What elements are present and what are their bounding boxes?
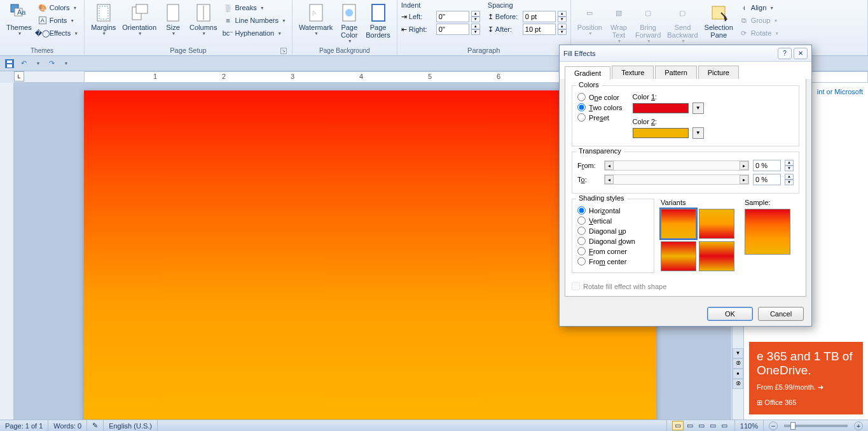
effects-button[interactable]: �◯Effects▼ — [36, 27, 80, 39]
spacing-after-input[interactable] — [523, 24, 556, 35]
close-button[interactable]: ✕ — [794, 48, 808, 59]
color2-swatch[interactable] — [633, 128, 689, 138]
ruler-vertical[interactable] — [0, 83, 14, 420]
help-button[interactable]: ? — [778, 48, 792, 59]
radio-vertical[interactable]: Vertical — [577, 216, 649, 225]
view-draft[interactable]: ▭ — [719, 421, 729, 430]
scroll-down[interactable]: ▼ — [733, 348, 743, 358]
send-backward-icon: ▢ — [672, 3, 692, 23]
spin-down[interactable]: ▼ — [471, 17, 480, 22]
selection-pane-button[interactable]: Selection Pane — [702, 1, 736, 40]
radio-from-corner[interactable]: From corner — [577, 247, 649, 255]
spacing-before-icon: ↥ — [488, 13, 493, 21]
view-full-screen[interactable]: ▭ — [685, 421, 695, 430]
color1-swatch[interactable] — [633, 103, 689, 113]
page-color-button[interactable]: Page Color▼ — [336, 1, 362, 45]
sample-preview — [745, 209, 790, 255]
status-language[interactable]: English (U.S.) — [104, 420, 158, 431]
breaks-button[interactable]: ░Breaks▼ — [221, 1, 287, 14]
page-borders-button[interactable]: Page Borders — [363, 1, 393, 40]
align-button[interactable]: ⫞Align▼ — [737, 1, 781, 14]
radio-horizontal[interactable]: Horizontal — [577, 206, 649, 215]
fonts-button[interactable]: AFonts▼ — [36, 14, 80, 27]
cancel-button[interactable]: Cancel — [758, 307, 804, 321]
line-numbers-button[interactable]: ≡Line Numbers▼ — [221, 14, 287, 27]
status-words[interactable]: Words: 0 — [48, 420, 87, 431]
effects-label: Effects — [50, 29, 71, 37]
zoom-thumb[interactable] — [790, 422, 796, 430]
dialog-titlebar[interactable]: Fill Effects ? ✕ — [560, 45, 811, 62]
tab-picture[interactable]: Picture — [698, 66, 739, 79]
undo-button[interactable]: ↶ — [18, 58, 29, 69]
browse-object-button[interactable]: ● — [733, 369, 743, 379]
bring-forward-button: ▢Bring Forward▼ — [633, 1, 663, 45]
spacing-before-input[interactable] — [523, 11, 556, 22]
from-slider[interactable]: ◂▸ — [604, 160, 749, 171]
to-slider[interactable]: ◂▸ — [604, 174, 749, 185]
wrap-text-button: ▧Wrap Text▼ — [606, 1, 631, 45]
margins-button[interactable]: Margins▼ — [88, 1, 118, 37]
tab-gradient[interactable]: Gradient — [565, 66, 610, 80]
radio-from-center[interactable]: From center — [577, 257, 649, 265]
radio-one-color[interactable]: One color — [577, 93, 623, 101]
rotate-fill-checkbox: Rotate fill effect with shape — [572, 282, 799, 290]
prev-page-button[interactable]: ⦿ — [733, 358, 743, 369]
selection-pane-icon — [708, 3, 729, 23]
undo-menu[interactable]: ▼ — [32, 58, 43, 69]
variants-grid — [661, 209, 738, 271]
color2-dropdown[interactable]: ▼ — [692, 127, 704, 139]
radio-preset[interactable]: Preset — [577, 113, 623, 122]
save-button[interactable] — [4, 58, 15, 69]
radio-diag-down[interactable]: Diagonal down — [577, 237, 649, 245]
redo-button[interactable]: ↷ — [46, 58, 57, 69]
to-input[interactable] — [753, 174, 781, 185]
zoom-in-button[interactable]: + — [854, 421, 863, 430]
view-outline[interactable]: ▭ — [708, 421, 718, 430]
radio-two-colors[interactable]: Two colors — [577, 103, 623, 111]
from-input[interactable] — [753, 160, 781, 171]
tab-pattern[interactable]: Pattern — [655, 66, 696, 79]
spin-up[interactable]: ▲ — [471, 11, 480, 17]
fill-effects-dialog: Fill Effects ? ✕ Gradient Texture Patter… — [559, 45, 812, 327]
status-proofing[interactable]: ✎ — [87, 420, 104, 431]
qat-customize[interactable]: ▼ — [60, 58, 71, 69]
themes-icon: Aa — [9, 3, 29, 23]
variant-3[interactable] — [661, 241, 696, 271]
size-button[interactable]: Size▼ — [160, 1, 186, 37]
tab-texture[interactable]: Texture — [612, 66, 654, 79]
group-title-pagebg: Page Background — [296, 46, 393, 55]
zoom-slider[interactable] — [784, 425, 848, 427]
variant-2[interactable] — [699, 209, 734, 239]
status-page[interactable]: Page: 1 of 1 — [0, 420, 48, 431]
columns-button[interactable]: Columns▼ — [187, 1, 219, 37]
svg-text:1: 1 — [153, 73, 157, 80]
group-icon: ⧉ — [739, 15, 749, 25]
fonts-icon: A — [38, 15, 48, 25]
side-link[interactable]: int or Microsoft — [817, 88, 863, 95]
watermark-button[interactable]: AWatermark▼ — [296, 1, 335, 37]
tab-selector[interactable]: L — [14, 71, 24, 81]
variant-4[interactable] — [699, 241, 734, 271]
pagesetup-launcher[interactable]: ↘ — [280, 48, 287, 54]
hyphenation-button[interactable]: bc⁻Hyphenation▼ — [221, 27, 287, 39]
radio-diag-up[interactable]: Diagonal up — [577, 227, 649, 235]
colors-button[interactable]: 🎨Colors▼ — [36, 1, 80, 14]
view-web-layout[interactable]: ▭ — [696, 421, 706, 430]
view-print-layout[interactable]: ▭ — [672, 421, 684, 430]
sample-label: Sample: — [745, 199, 790, 206]
columns-icon — [193, 3, 214, 23]
color1-dropdown[interactable]: ▼ — [692, 102, 704, 114]
next-page-button[interactable]: ⦿ — [733, 379, 743, 389]
indent-left-input[interactable] — [436, 11, 469, 22]
indent-left-icon: ⇥ — [401, 13, 407, 21]
variant-1[interactable] — [661, 209, 696, 239]
themes-button[interactable]: Aa Themes ▼ — [4, 1, 34, 37]
indent-right-input[interactable] — [436, 24, 469, 35]
colors-icon: 🎨 — [38, 3, 48, 13]
svg-rect-14 — [372, 4, 385, 21]
orientation-button[interactable]: Orientation▼ — [120, 1, 159, 37]
zoom-out-button[interactable]: − — [769, 421, 778, 430]
zoom-level[interactable]: 110% — [735, 420, 764, 431]
ok-button[interactable]: OK — [707, 307, 753, 321]
office-ad[interactable]: e 365 and 1 TB of OneDrive. From £5.99/m… — [749, 342, 863, 414]
